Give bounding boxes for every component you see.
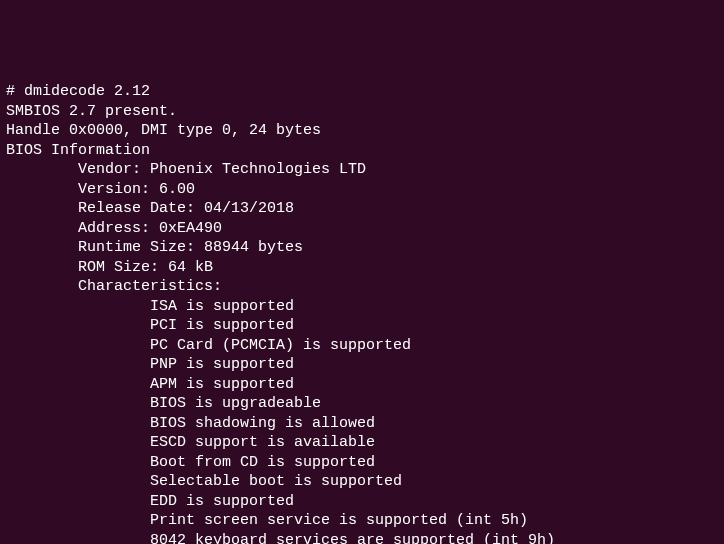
terminal-line: # dmidecode 2.12 [6,82,718,102]
terminal-line: Print screen service is supported (int 5… [6,511,718,531]
terminal-line: ISA is supported [6,297,718,317]
terminal-line: BIOS is upgradeable [6,394,718,414]
terminal-line: 8042 keyboard services are supported (in… [6,531,718,545]
terminal-line: Address: 0xEA490 [6,219,718,239]
terminal-line: Characteristics: [6,277,718,297]
terminal-line: BIOS shadowing is allowed [6,414,718,434]
terminal-line: Vendor: Phoenix Technologies LTD [6,160,718,180]
terminal-line: APM is supported [6,375,718,395]
terminal-line: ROM Size: 64 kB [6,258,718,278]
terminal-line: Runtime Size: 88944 bytes [6,238,718,258]
terminal-line: Selectable boot is supported [6,472,718,492]
terminal-line: ESCD support is available [6,433,718,453]
terminal-line: PC Card (PCMCIA) is supported [6,336,718,356]
terminal-line: Release Date: 04/13/2018 [6,199,718,219]
terminal-line: Handle 0x0000, DMI type 0, 24 bytes [6,121,718,141]
terminal-line: EDD is supported [6,492,718,512]
terminal-line: PCI is supported [6,316,718,336]
terminal-output: # dmidecode 2.12SMBIOS 2.7 present.Handl… [6,82,718,544]
terminal-line: BIOS Information [6,141,718,161]
terminal-line: SMBIOS 2.7 present. [6,102,718,122]
terminal-line: Version: 6.00 [6,180,718,200]
terminal-line: PNP is supported [6,355,718,375]
terminal-line: Boot from CD is supported [6,453,718,473]
